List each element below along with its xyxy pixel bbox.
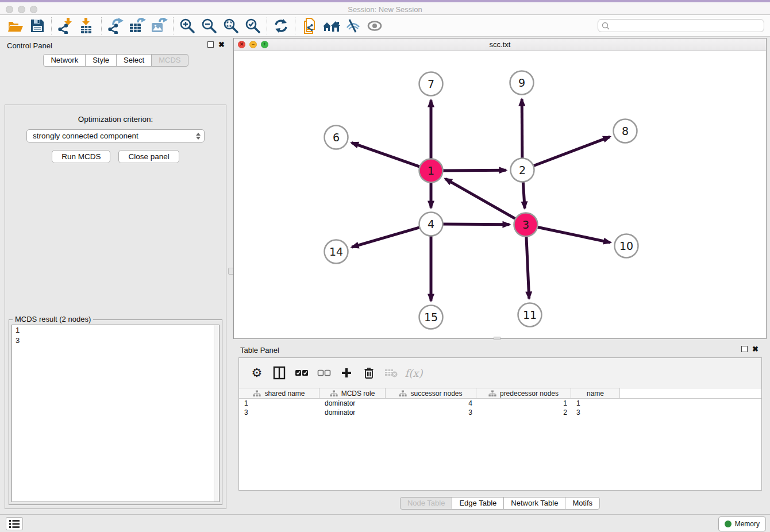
float-panel-icon[interactable]: [207, 41, 214, 48]
run-mcds-button[interactable]: Run MCDS: [52, 150, 110, 163]
memory-button[interactable]: Memory: [718, 516, 766, 531]
tab-edge-table[interactable]: Edge Table: [452, 497, 504, 510]
zoom-selected-button[interactable]: [242, 16, 264, 36]
delete-table-button[interactable]: [383, 364, 400, 381]
graph-edge-2-3[interactable]: [523, 179, 525, 208]
tab-motifs[interactable]: Motifs: [565, 497, 600, 510]
graph-edge-3-10[interactable]: [534, 226, 610, 242]
main-toolbar: [0, 15, 770, 37]
export-table-button[interactable]: [126, 16, 148, 36]
toolbar-divider: [101, 17, 102, 34]
open-file-button[interactable]: [5, 16, 26, 36]
mcds-result-item[interactable]: 1: [12, 325, 219, 336]
import-table-button[interactable]: [76, 16, 98, 36]
header-successor-nodes[interactable]: successor nodes: [386, 388, 476, 398]
table-row[interactable]: 3 dominator 3 2 3: [239, 408, 761, 417]
cell-predecessor-nodes[interactable]: 2: [476, 408, 571, 417]
column-label: shared name: [264, 390, 305, 398]
app-titlebar: Session: New Session: [0, 0, 770, 15]
reset-layout-button[interactable]: [320, 16, 342, 36]
cell-successor-nodes[interactable]: 3: [386, 408, 476, 417]
cell-mcds-role[interactable]: dominator: [319, 408, 386, 417]
hide-panels-button[interactable]: [342, 16, 364, 36]
node-table-header: shared name MCDS role successor nodes pr…: [239, 388, 761, 399]
float-table-panel-icon[interactable]: [741, 346, 748, 352]
table-row[interactable]: 1 dominator 4 1 1: [239, 399, 761, 408]
tab-node-table[interactable]: Node Table: [400, 497, 453, 510]
delete-table-icon: [384, 368, 398, 378]
search-icon: [601, 21, 610, 30]
network-window-titlebar[interactable]: ✕ – + scc.txt: [234, 38, 766, 51]
header-name[interactable]: name: [571, 388, 620, 398]
graph-edge-2-9[interactable]: [522, 99, 522, 161]
clone-network-button[interactable]: [298, 16, 320, 36]
export-network-button[interactable]: [105, 16, 126, 36]
node-table: shared name MCDS role successor nodes pr…: [239, 388, 761, 417]
add-column-button[interactable]: [338, 364, 355, 381]
deselect-all-button[interactable]: [315, 364, 333, 381]
column-label: MCDS role: [341, 390, 375, 398]
refresh-button[interactable]: [270, 16, 292, 36]
close-panel-icon[interactable]: ✖: [218, 41, 225, 48]
network-resize-grip[interactable]: [494, 337, 500, 340]
cell-mcds-role[interactable]: dominator: [319, 399, 386, 407]
cell-name[interactable]: 3: [571, 408, 620, 417]
graph-node-label: 6: [333, 131, 340, 144]
graph-edge-1-6[interactable]: [352, 142, 422, 167]
close-panel-button[interactable]: Close panel: [118, 150, 179, 163]
cell-shared-name[interactable]: 3: [239, 408, 319, 417]
tab-style[interactable]: Style: [85, 54, 117, 67]
import-network-button[interactable]: [55, 16, 76, 36]
tab-mcds[interactable]: MCDS: [151, 54, 188, 67]
cell-successor-nodes[interactable]: 4: [386, 399, 476, 407]
zoom-in-button[interactable]: [176, 16, 198, 36]
save-session-button[interactable]: [26, 16, 48, 36]
cell-predecessor-nodes[interactable]: 1: [476, 399, 571, 407]
graph-edge-1-2[interactable]: [440, 170, 506, 171]
tab-network-table[interactable]: Network Table: [503, 497, 565, 510]
checked-boxes-icon: [295, 369, 309, 377]
select-all-button[interactable]: [293, 364, 310, 381]
global-search[interactable]: [598, 19, 764, 32]
zoom-fit-button[interactable]: [220, 16, 242, 36]
mcds-result-list[interactable]: 1 3: [11, 325, 220, 502]
network-canvas[interactable]: 7968124314101511: [234, 51, 766, 338]
header-shared-name[interactable]: shared name: [239, 388, 319, 398]
cell-name[interactable]: 1: [571, 399, 620, 407]
tab-network[interactable]: Network: [43, 54, 86, 67]
graph-edge-3-1[interactable]: [445, 179, 518, 220]
cell-shared-name[interactable]: 1: [239, 399, 319, 407]
table-panel-tabs: Node Table Edge Table Network Table Moti…: [233, 497, 767, 510]
show-panels-button[interactable]: [364, 16, 386, 36]
function-builder-button[interactable]: f(x): [405, 364, 422, 381]
graph-node-label: 9: [518, 76, 525, 89]
graph-edge-2-8[interactable]: [530, 137, 610, 167]
table-panel: Table Panel ✖ ⚙: [233, 343, 767, 511]
graph-edge-3-11[interactable]: [526, 233, 529, 298]
close-table-panel-icon[interactable]: ✖: [752, 346, 759, 352]
graph-edge-4-14[interactable]: [352, 226, 422, 247]
result-scrollbar[interactable]: [214, 325, 219, 502]
network-window-title: scc.txt: [234, 40, 766, 49]
mcds-result-title: MCDS result (2 nodes): [13, 315, 93, 323]
tree-icon: [399, 390, 407, 397]
column-label: predecessor nodes: [500, 390, 559, 398]
graph-edge-4-3[interactable]: [440, 224, 509, 225]
tab-select[interactable]: Select: [116, 54, 152, 67]
column-visibility-button[interactable]: [271, 364, 288, 381]
delete-column-button[interactable]: [360, 364, 378, 381]
criterion-dropdown[interactable]: strongly connected component: [26, 129, 205, 142]
mcds-result-item[interactable]: 3: [12, 336, 219, 346]
column-label: successor nodes: [410, 390, 462, 398]
export-image-button[interactable]: [148, 16, 170, 36]
trash-icon: [363, 367, 375, 379]
search-input[interactable]: [610, 21, 764, 31]
header-predecessor-nodes[interactable]: predecessor nodes: [476, 388, 571, 398]
header-mcds-role[interactable]: MCDS role: [319, 388, 386, 398]
session-title: Session: New Session: [0, 5, 770, 14]
tree-icon: [253, 390, 261, 397]
task-history-button[interactable]: [6, 517, 23, 530]
zoom-out-button[interactable]: [198, 16, 220, 36]
network-view-window: ✕ – + scc.txt 7968124314101511: [233, 38, 767, 339]
table-settings-button[interactable]: ⚙: [248, 364, 265, 381]
